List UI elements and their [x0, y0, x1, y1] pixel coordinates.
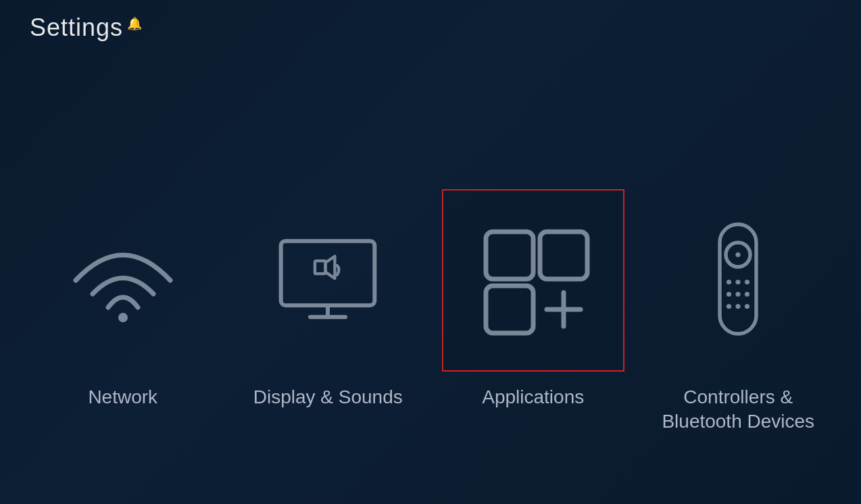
applications-icon-container [442, 189, 624, 372]
svg-point-18 [745, 292, 749, 297]
svg-point-0 [118, 313, 128, 322]
svg-point-14 [736, 280, 741, 284]
svg-rect-5 [486, 232, 533, 279]
sidebar-item-display-sounds[interactable]: Display & Sounds [246, 189, 411, 409]
applications-icon [472, 218, 594, 343]
applications-label: Applications [482, 385, 584, 409]
network-label: Network [88, 385, 157, 409]
settings-grid: Network [0, 189, 861, 434]
wifi-icon [69, 236, 177, 324]
svg-rect-10 [720, 224, 756, 334]
controllers-remote-icon [711, 218, 765, 343]
svg-point-17 [736, 292, 741, 297]
controllers-icon-container [647, 189, 829, 372]
svg-point-13 [727, 280, 731, 284]
controllers-label: Controllers &Bluetooth Devices [662, 385, 814, 434]
svg-point-12 [736, 252, 741, 257]
svg-rect-7 [486, 286, 533, 333]
svg-point-15 [745, 280, 749, 284]
svg-rect-6 [540, 232, 587, 279]
svg-point-19 [727, 304, 731, 309]
sidebar-item-controllers[interactable]: Controllers &Bluetooth Devices [656, 189, 821, 434]
display-sounds-label: Display & Sounds [253, 385, 403, 409]
display-icon-container [237, 189, 419, 372]
svg-point-21 [745, 304, 749, 309]
sidebar-item-network[interactable]: Network [41, 189, 205, 409]
sidebar-item-applications[interactable]: Applications [451, 189, 616, 409]
display-sounds-icon [274, 235, 382, 326]
settings-title-text: Settings [30, 14, 123, 42]
network-icon-container [32, 189, 214, 372]
svg-point-20 [736, 304, 741, 309]
page-title: Settings 🔔 [30, 14, 143, 42]
svg-rect-4 [315, 261, 326, 274]
notification-bell-icon: 🔔 [127, 16, 143, 31]
svg-point-16 [727, 292, 731, 297]
